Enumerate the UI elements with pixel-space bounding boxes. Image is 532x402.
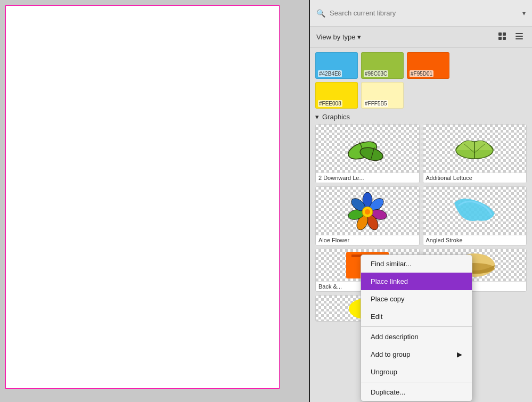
context-menu-add-to-group[interactable]: Add to group ▶	[361, 346, 472, 363]
context-menu-place-linked[interactable]: Place linked	[361, 273, 472, 290]
grid-view-icon[interactable]	[496, 31, 509, 44]
graphic-thumb-2	[423, 125, 527, 173]
context-menu-find-similar[interactable]: Find similar...	[361, 255, 472, 273]
view-by-type-label: View by type	[316, 33, 355, 41]
swatch-f95d01[interactable]: #F95D01	[407, 52, 449, 79]
graphic-label-1: 2 Downward Le...	[316, 173, 419, 183]
right-panel: 🔍 ▾ View by type ▾	[310, 0, 532, 402]
view-by-type-chevron: ▾	[357, 33, 361, 41]
swatch-42b4e8[interactable]: #42B4E8	[315, 52, 358, 79]
graphic-thumb-3	[316, 187, 419, 235]
context-menu-place-copy[interactable]: Place copy	[361, 290, 472, 308]
section-label: Graphics	[322, 113, 350, 121]
context-menu-add-description[interactable]: Add description	[361, 328, 472, 346]
context-menu-divider-1	[361, 326, 472, 327]
graphic-item-1[interactable]: 2 Downward Le...	[315, 124, 420, 183]
graphic-label-4: Angled Stroke	[423, 235, 527, 245]
toolbar-row: View by type ▾	[310, 27, 532, 48]
swatches-row-2: #FEE008 #FFF5B5	[315, 82, 527, 109]
graphic-item-3[interactable]: Aloe Flower	[315, 186, 420, 245]
svg-point-23	[365, 209, 370, 215]
submenu-arrow-icon: ▶	[457, 350, 462, 358]
svg-rect-2	[498, 37, 502, 40]
swatches-row-1: #42B4E8 #98C03C #F95D01	[315, 52, 527, 79]
context-menu: Find similar... Place linked Place copy …	[361, 255, 472, 401]
canvas-frame	[5, 5, 280, 389]
graphic-thumb-1	[316, 125, 419, 173]
graphic-label-2: Additional Lettuce	[423, 173, 527, 183]
search-bar: 🔍 ▾	[310, 0, 532, 27]
graphics-section-header[interactable]: ▾ Graphics	[315, 113, 527, 121]
search-icon: 🔍	[316, 9, 325, 18]
swatch-fff5b5[interactable]: #FFF5B5	[361, 82, 404, 109]
swatch-fee008[interactable]: #FEE008	[315, 82, 358, 109]
swatch-98c03c[interactable]: #98C03C	[361, 52, 404, 79]
list-view-icon[interactable]	[513, 31, 526, 44]
section-collapse-icon: ▾	[315, 113, 319, 121]
context-menu-edit[interactable]: Edit	[361, 308, 472, 325]
graphic-label-3: Aloe Flower	[316, 235, 419, 245]
context-menu-duplicate[interactable]: Duplicate...	[361, 383, 472, 401]
svg-rect-1	[503, 32, 506, 36]
svg-rect-3	[503, 37, 506, 40]
chevron-down-icon: ▾	[522, 10, 526, 17]
graphic-thumb-4	[423, 187, 527, 235]
svg-rect-5	[515, 36, 523, 37]
context-menu-divider-2	[361, 382, 472, 382]
view-by-type-button[interactable]: View by type ▾	[316, 33, 361, 41]
graphic-item-2[interactable]: Additional Lettuce	[423, 124, 527, 183]
svg-rect-0	[498, 32, 502, 36]
svg-rect-4	[515, 33, 523, 34]
context-menu-ungroup[interactable]: Ungroup	[361, 363, 472, 381]
svg-rect-6	[515, 38, 523, 39]
search-input[interactable]	[330, 9, 518, 17]
graphic-item-4[interactable]: Angled Stroke	[423, 186, 527, 245]
canvas-area	[0, 0, 309, 402]
